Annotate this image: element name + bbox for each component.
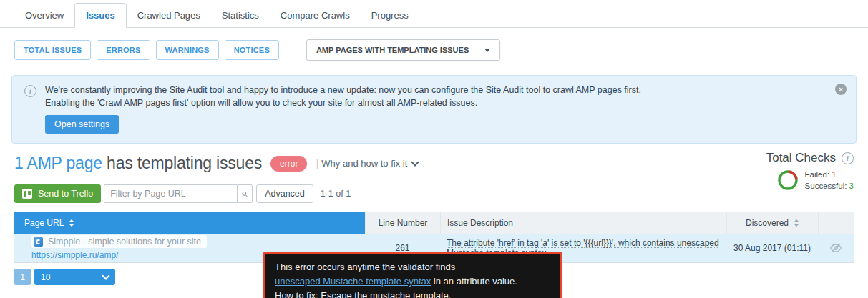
tab-crawled-pages[interactable]: Crawled Pages (127, 4, 211, 27)
filter-by-page-url-input[interactable] (104, 184, 237, 203)
site-audit-issues-page: Overview Issues Crawled Pages Statistics… (0, 0, 868, 298)
hide-issue-button[interactable] (818, 243, 854, 253)
total-checks-widget: Total Checks Failed: 1 Successful: 3 (766, 151, 854, 192)
page-1-button[interactable]: 1 (14, 269, 31, 285)
tab-statistics[interactable]: Statistics (211, 4, 270, 27)
failed-value: 1 (832, 170, 836, 179)
site-title: Simpple - simple solutions for your site (48, 237, 201, 247)
column-header-actions (818, 212, 854, 234)
sort-icon (794, 219, 799, 227)
tab-compare-crawls[interactable]: Compare Crawls (270, 4, 361, 27)
filter-bar: TOTAL ISSUES ERRORS WARNINGS NOTICES AMP… (14, 39, 854, 61)
failed-stat: Failed: 1 (805, 169, 854, 180)
issue-type-dropdown[interactable]: AMP PAGES WITH TEMPLATING ISSUES (306, 39, 500, 61)
sort-icon (69, 219, 74, 227)
mustache-syntax-link[interactable]: unescaped Mustache template syntax (275, 276, 431, 287)
issue-type-dropdown-label: AMP PAGES WITH TEMPLATING ISSUES (316, 46, 469, 54)
total-checks-title: Total Checks (766, 151, 836, 165)
results-range-text: 1-1 of 1 (321, 189, 351, 199)
tooltip-line2: unescaped Mustache template syntax in an… (275, 274, 551, 289)
info-icon (24, 85, 36, 97)
column-header-discovered[interactable]: Discovered (726, 212, 818, 234)
successful-stat: Successful: 3 (805, 180, 854, 192)
page-size-select[interactable]: 10 (34, 269, 115, 285)
discovered-cell: 30 Aug 2017 (01:11) (726, 243, 818, 253)
eye-slash-icon (829, 243, 842, 253)
successful-value: 3 (849, 182, 854, 190)
error-badge: error (270, 156, 307, 172)
chevron-down-icon (102, 272, 109, 279)
filter-notices-button[interactable]: NOTICES (225, 40, 279, 60)
top-tab-bar: Overview Issues Crawled Pages Statistics… (0, 0, 868, 28)
why-how-to-fix-label: Why and how to fix it (321, 158, 407, 169)
open-settings-button[interactable]: Open settings (45, 115, 119, 134)
update-info-banner: We're constantly improving the Site Audi… (11, 75, 857, 144)
table-toolbar: Send to Trello Advanced 1-1 of 1 (14, 184, 854, 203)
search-button[interactable] (237, 184, 253, 203)
table-header-row: Page URL Line Number Issue Description D… (14, 212, 854, 234)
main-content: 1 AMP page has templating issues error |… (14, 154, 854, 203)
filter-total-issues-button[interactable]: TOTAL ISSUES (14, 40, 91, 60)
page-title-count: 1 AMP page (14, 154, 102, 172)
tab-overview[interactable]: Overview (14, 4, 74, 27)
page-title-rest: has templating issues (102, 154, 262, 172)
site-favicon-icon (34, 237, 43, 247)
chevron-down-icon (484, 49, 490, 52)
send-to-trello-button[interactable]: Send to Trello (14, 184, 101, 203)
filter-errors-button[interactable]: ERRORS (97, 40, 150, 60)
close-icon[interactable] (835, 84, 847, 95)
heading-row: 1 AMP page has templating issues error |… (14, 154, 854, 173)
tab-progress[interactable]: Progress (361, 4, 419, 27)
page-title: 1 AMP page has templating issues (14, 154, 262, 173)
tab-issues[interactable]: Issues (74, 3, 126, 28)
issue-description-line1: The attribute 'href' in tag 'a' is set t… (447, 238, 719, 248)
page-url-link[interactable]: https://simpple.ru/amp/ (31, 250, 118, 260)
total-checks-donut-chart (777, 169, 799, 191)
banner-text-line1: We're constantly improving the Site Audi… (45, 84, 824, 96)
banner-text-line2: Enabling the 'Crawl AMP pages first' opt… (45, 96, 824, 109)
advanced-button[interactable]: Advanced (256, 184, 313, 203)
heading-divider: | (316, 157, 318, 169)
tooltip-line3: How to fix: Escape the mustache template… (275, 289, 551, 298)
info-icon[interactable] (842, 152, 854, 164)
trello-icon (22, 189, 32, 199)
filter-warnings-button[interactable]: WARNINGS (156, 40, 219, 60)
why-how-to-fix-link[interactable]: Why and how to fix it (321, 158, 418, 169)
chevron-down-icon (411, 158, 419, 166)
column-header-line-number: Line Number (365, 212, 440, 234)
column-header-page-url[interactable]: Page URL (14, 212, 365, 234)
search-icon (242, 189, 248, 199)
issue-tooltip: This error occurs anytime the validator … (263, 252, 562, 298)
page-size-value: 10 (41, 272, 50, 282)
send-to-trello-label: Send to Trello (38, 189, 93, 199)
column-header-issue-description: Issue Description (440, 212, 726, 234)
tooltip-line1: This error occurs anytime the validator … (275, 260, 551, 274)
